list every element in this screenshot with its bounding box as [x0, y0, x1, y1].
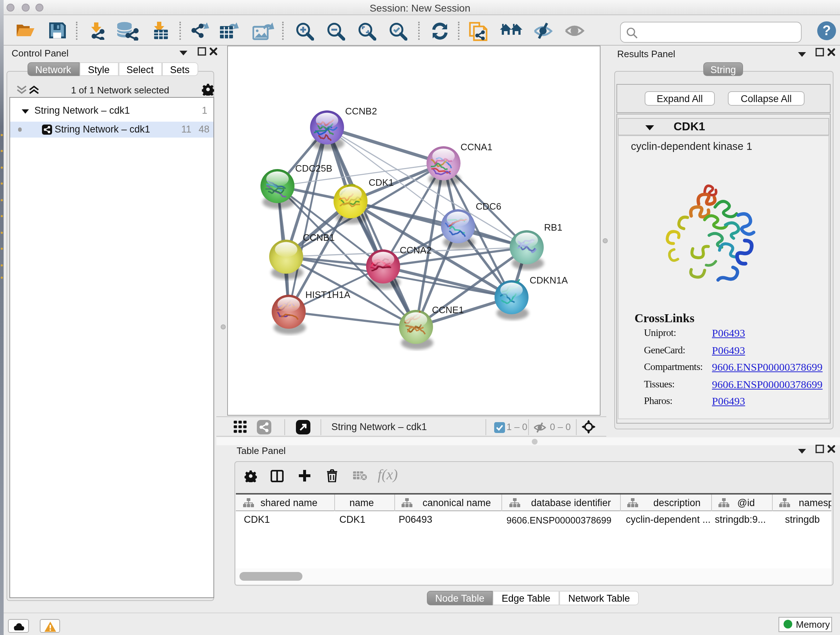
svg-text:CDC25B: CDC25B — [295, 163, 332, 174]
svg-text:HIST1H1A: HIST1H1A — [305, 289, 351, 300]
svg-text:RB1: RB1 — [544, 222, 562, 233]
svg-text:CDC6: CDC6 — [476, 201, 501, 212]
svg-text:CCNE1: CCNE1 — [432, 304, 464, 315]
svg-text:?: ? — [822, 23, 831, 38]
svg-text:CDKN1A: CDKN1A — [530, 275, 568, 286]
svg-text:CDK1: CDK1 — [369, 177, 393, 188]
svg-text:CCNA2: CCNA2 — [400, 245, 431, 256]
svg-text:CCNB2: CCNB2 — [345, 106, 377, 117]
svg-text:CCNB1: CCNB1 — [303, 232, 335, 243]
svg-text:CCNA1: CCNA1 — [461, 141, 493, 152]
